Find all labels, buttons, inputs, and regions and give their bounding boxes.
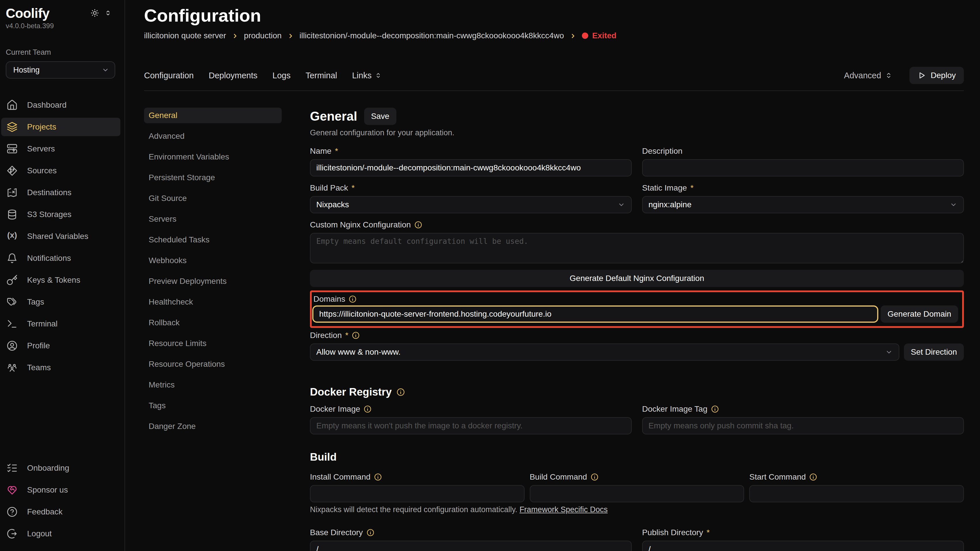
subnav-item-git-source[interactable]: Git Source [144, 191, 282, 206]
subnav-item-preview-deployments[interactable]: Preview Deployments [144, 273, 282, 289]
subnav-item-resource-limits[interactable]: Resource Limits [144, 336, 282, 351]
sidebar-item-profile[interactable]: Profile [1, 337, 121, 355]
sidebar-item-notifications[interactable]: Notifications [1, 249, 121, 267]
base-directory-input[interactable] [310, 541, 632, 551]
sidebar-footer-nav: OnboardingSponsor usFeedbackLogout [0, 459, 124, 543]
sidebar-nav: DashboardProjectsServersSourcesDestinati… [0, 96, 124, 377]
breadcrumb-item[interactable]: production [244, 31, 282, 40]
app: Coolify v4.0.0-beta.399 Current Team Hos… [0, 0, 980, 551]
deploy-label: Deploy [931, 71, 956, 80]
docker-image-input[interactable] [310, 417, 632, 434]
build-pack-select[interactable]: Nixpacks [310, 196, 632, 213]
subnav-item-metrics[interactable]: Metrics [144, 377, 282, 393]
docker-image-tag-label: Docker Image Tag [642, 403, 964, 415]
server-icon [6, 143, 18, 155]
docker-image-tag-input[interactable] [642, 417, 964, 434]
set-direction-button[interactable]: Set Direction [904, 343, 964, 361]
nginx-config-textarea[interactable] [310, 233, 964, 264]
description-label: Description [642, 145, 964, 157]
build-command-input[interactable] [530, 485, 745, 502]
subnav-item-environment-variables[interactable]: Environment Variables [144, 149, 282, 165]
breadcrumb-item[interactable]: illicitestonion/-module--decomposition:m… [299, 31, 564, 40]
advanced-selector[interactable]: Advanced [844, 71, 893, 80]
tab-configuration[interactable]: Configuration [144, 71, 194, 80]
tags-icon [6, 296, 18, 308]
info-icon [366, 529, 374, 537]
save-button[interactable]: Save [364, 108, 396, 125]
sidebar-item-servers[interactable]: Servers [1, 140, 121, 158]
subnav-item-webhooks[interactable]: Webhooks [144, 253, 282, 268]
subnav-item-scheduled-tasks[interactable]: Scheduled Tasks [144, 232, 282, 248]
domains-input[interactable] [312, 305, 878, 323]
description-input[interactable] [642, 159, 964, 176]
theme-toggle-sun-icon[interactable] [91, 9, 99, 17]
sidebar-item-teams[interactable]: Teams [1, 359, 121, 377]
sidebar-item-label: S3 Storages [27, 210, 72, 219]
subnav-item-servers[interactable]: Servers [144, 211, 282, 227]
sidebar-item-label: Sponsor us [27, 485, 68, 495]
deploy-button[interactable]: Deploy [909, 67, 964, 84]
general-heading: General [310, 109, 357, 124]
status-badge: Exited [582, 31, 616, 40]
sidebar-item-sponsor-us[interactable]: Sponsor us [1, 481, 121, 499]
name-label: Name* [310, 145, 632, 157]
subnav-item-rollback[interactable]: Rollback [144, 315, 282, 330]
sidebar-item-tags[interactable]: Tags [1, 293, 121, 311]
subnav-item-healthcheck[interactable]: Healthcheck [144, 294, 282, 310]
generate-nginx-button[interactable]: Generate Default Nginx Configuration [310, 270, 964, 287]
chevrons-up-down-icon [885, 71, 893, 79]
sidebar-item-dashboard[interactable]: Dashboard [1, 96, 121, 114]
direction-select[interactable]: Allow www & non-www. [310, 343, 899, 361]
sidebar-item-projects[interactable]: Projects [1, 118, 121, 136]
info-icon [348, 295, 356, 303]
static-image-select[interactable]: nginx:alpine [642, 196, 964, 213]
config-subnav: GeneralAdvancedEnvironment VariablesPers… [144, 108, 282, 551]
publish-directory-input[interactable] [642, 541, 964, 551]
start-command-label: Start Command [749, 471, 964, 483]
subnav-item-advanced[interactable]: Advanced [144, 129, 282, 144]
install-command-input[interactable] [310, 485, 525, 502]
sidebar-item-label: Terminal [27, 319, 57, 329]
publish-directory-label: Publish Directory* [642, 527, 964, 538]
version-switch-chevrons-icon[interactable] [104, 9, 112, 17]
breadcrumb-item[interactable]: illicitonion quote server [144, 31, 226, 40]
sidebar-item-sources[interactable]: Sources [1, 162, 121, 180]
tab-links[interactable]: Links [352, 71, 382, 80]
team-select[interactable]: Hosting [6, 61, 115, 79]
sidebar-item-shared-variables[interactable]: (x)Shared Variables [1, 227, 121, 246]
subnav-item-tags[interactable]: Tags [144, 398, 282, 413]
info-icon [809, 473, 817, 481]
sidebar-item-terminal[interactable]: Terminal [1, 314, 121, 333]
subnav-item-danger-zone[interactable]: Danger Zone [144, 419, 282, 434]
subnav-item-resource-operations[interactable]: Resource Operations [144, 356, 282, 372]
docker-image-label: Docker Image [310, 403, 632, 415]
sidebar-item-s3-storages[interactable]: S3 Storages [1, 205, 121, 224]
generate-domain-button[interactable]: Generate Domain [881, 305, 958, 323]
tab-terminal[interactable]: Terminal [305, 71, 337, 80]
page-title: Configuration [144, 5, 964, 26]
tab-logs[interactable]: Logs [272, 71, 291, 80]
chevron-down-icon [617, 201, 625, 209]
database-icon [6, 209, 18, 220]
info-icon [396, 388, 405, 396]
sidebar-item-label: Feedback [27, 507, 62, 516]
advanced-label: Advanced [844, 71, 881, 80]
sidebar-item-onboarding[interactable]: Onboarding [1, 459, 121, 477]
subnav-item-general[interactable]: General [144, 108, 282, 123]
base-directory-label: Base Directory [310, 527, 632, 538]
subnav-item-persistent-storage[interactable]: Persistent Storage [144, 170, 282, 186]
sidebar-item-label: Keys & Tokens [27, 275, 80, 285]
name-input[interactable] [310, 159, 632, 176]
sidebar-item-logout[interactable]: Logout [1, 524, 121, 543]
sidebar-item-destinations[interactable]: Destinations [1, 183, 121, 202]
sidebar-item-keys-tokens[interactable]: Keys & Tokens [1, 271, 121, 289]
sidebar-item-feedback[interactable]: Feedback [1, 503, 121, 521]
heart-handshake-icon [6, 484, 18, 496]
layers-icon [6, 121, 18, 133]
framework-docs-link[interactable]: Framework Specific Docs [519, 505, 608, 514]
home-icon [6, 99, 18, 111]
chevron-down-icon [950, 201, 958, 209]
start-command-input[interactable] [749, 485, 964, 502]
tab-deployments[interactable]: Deployments [209, 71, 258, 80]
chevron-right-icon [231, 32, 239, 40]
